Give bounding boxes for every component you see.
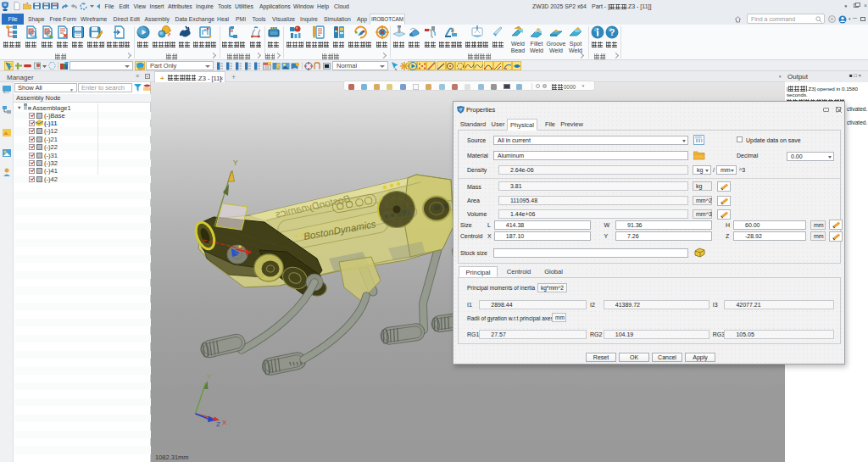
svg-text:?: ? bbox=[609, 27, 615, 37]
svg-text:Z: Z bbox=[216, 420, 220, 428]
svg-text:Y: Y bbox=[207, 373, 212, 381]
svg-text:Y: Y bbox=[233, 159, 238, 167]
svg-text:X: X bbox=[222, 419, 227, 426]
